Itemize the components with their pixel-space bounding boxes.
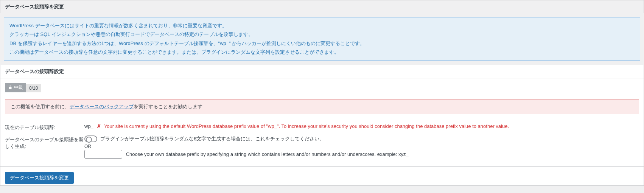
cross-icon: ✗ <box>97 123 101 129</box>
current-prefix-warning: Your site is currently using the default… <box>104 123 509 129</box>
current-prefix-label: 現在のテーブル接頭辞: <box>5 123 84 131</box>
generate-toggle-help: プラグインがテーブル接頭辞をランダムな6文字で生成する場合には、これをチェックし… <box>100 135 324 142</box>
generate-prefix-label: データベースのテーブル接頭語を新しく生成: <box>5 135 84 150</box>
change-prefix-button[interactable]: データベース接頭辞を変更 <box>5 172 74 184</box>
info-line: DB を保護するレイヤーを追加する方法の1つは、WordPress のデフォルト… <box>9 39 635 48</box>
unlock-icon <box>8 85 12 90</box>
custom-prefix-input[interactable] <box>84 150 122 159</box>
info-line: クラッカーは SQL インジェクションや悪意の自動実行コードでデータベースの特定… <box>9 30 635 39</box>
info-box: WordPress データベースにはサイトの重要な情報が数多く含まれており、非常… <box>4 17 640 61</box>
security-badge-row: 中級 0/10 <box>5 78 639 96</box>
security-level-badge: 中級 <box>5 83 26 92</box>
generate-random-toggle[interactable] <box>84 135 97 142</box>
warning-before: この機能を使用する前に、 <box>11 104 70 109</box>
section-title: データベースの接頭辞設定 <box>0 65 644 78</box>
info-line: この機能はデータベースの接頭辞を任意の文字列に変更することができます。または、プ… <box>9 48 635 56</box>
info-line: WordPress データベースにはサイトの重要な情報が数多く含まれており、非常… <box>9 21 635 30</box>
backup-link[interactable]: データベースのバックアップ <box>70 104 134 109</box>
security-level-text: 中級 <box>14 84 23 91</box>
backup-warning: この機能を使用する前に、データベースのバックアップを実行することをお勧めします <box>5 99 639 114</box>
security-score: 0/10 <box>26 84 41 92</box>
current-prefix-row: 現在のテーブル接頭辞: wp_ ✗ Your site is currently… <box>5 121 639 133</box>
current-prefix-value: wp_ <box>84 123 93 129</box>
custom-prefix-help: Choose your own database prefix by speci… <box>126 151 409 157</box>
generate-prefix-row: データベースのテーブル接頭語を新しく生成: プラグインがテーブル接頭辞をランダム… <box>5 133 639 161</box>
warning-after: を実行することをお勧めします <box>134 104 202 109</box>
settings-panel: 中級 0/10 この機能を使用する前に、データベースのバックアップを実行すること… <box>0 78 644 167</box>
page-title: データベース接頭辞を変更 <box>0 0 644 13</box>
or-text: OR <box>84 144 639 149</box>
